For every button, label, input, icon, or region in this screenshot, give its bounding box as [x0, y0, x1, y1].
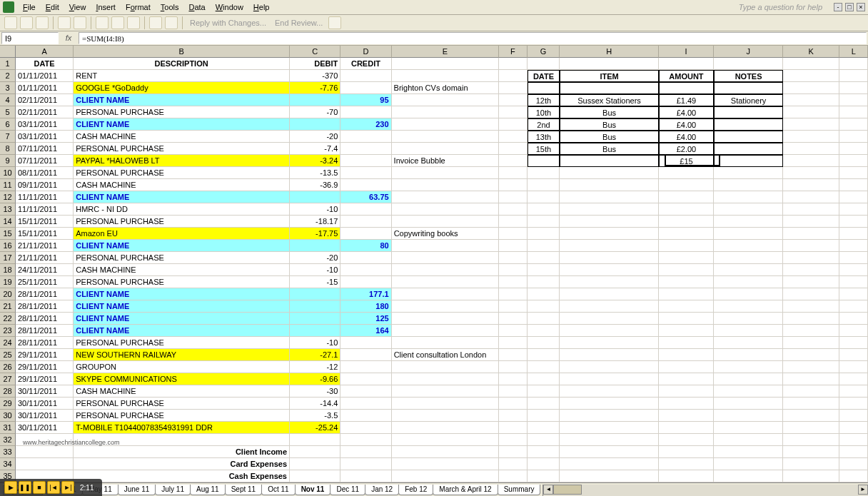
cell[interactable]: [783, 203, 839, 216]
cell[interactable]: [783, 276, 839, 288]
cell[interactable]: [783, 94, 839, 106]
cell[interactable]: [839, 131, 868, 143]
menu-insert[interactable]: Insert: [91, 1, 120, 13]
cell[interactable]: [714, 276, 783, 288]
cell[interactable]: [783, 264, 839, 276]
col-head-C[interactable]: C: [290, 46, 340, 58]
cell[interactable]: 177.1: [340, 288, 391, 300]
close-icon[interactable]: ×: [857, 3, 865, 11]
cell[interactable]: [560, 179, 659, 191]
cell[interactable]: [783, 179, 839, 191]
cell[interactable]: [528, 203, 560, 216]
cell[interactable]: NEW SOUTHERN RAILWAY: [74, 349, 290, 361]
row-head-20[interactable]: 20: [0, 288, 16, 300]
cell[interactable]: [783, 434, 839, 446]
cell[interactable]: 15/11/2011: [16, 228, 74, 240]
row-head-9[interactable]: 9: [0, 155, 16, 167]
cell[interactable]: [499, 58, 528, 70]
cell[interactable]: [340, 385, 391, 398]
menu-view[interactable]: View: [65, 1, 91, 13]
cell[interactable]: Copywriting books: [392, 228, 499, 240]
cell[interactable]: [560, 325, 659, 337]
cell[interactable]: [528, 288, 560, 300]
cell[interactable]: [783, 155, 839, 167]
cell[interactable]: [783, 398, 839, 410]
cell[interactable]: 30/11/2011: [16, 398, 74, 410]
cell[interactable]: [290, 191, 340, 203]
cell[interactable]: [392, 337, 499, 349]
cell[interactable]: [290, 458, 340, 470]
cell[interactable]: [839, 458, 868, 470]
cell[interactable]: [783, 82, 839, 94]
cell[interactable]: CLIENT NAME: [74, 288, 290, 300]
cell[interactable]: [499, 216, 528, 228]
cell[interactable]: [392, 325, 499, 337]
cell[interactable]: [560, 264, 659, 276]
cell[interactable]: [560, 458, 659, 470]
col-head-G[interactable]: G: [528, 46, 560, 58]
cell[interactable]: 12th: [528, 94, 560, 106]
col-head-B[interactable]: B: [74, 46, 290, 58]
cell[interactable]: [659, 264, 714, 276]
cell[interactable]: 13th: [528, 131, 560, 143]
cell[interactable]: [714, 264, 783, 276]
cell[interactable]: -15: [290, 276, 340, 288]
cell[interactable]: [714, 458, 783, 470]
cell[interactable]: [659, 179, 714, 191]
cell[interactable]: [340, 276, 391, 288]
cell[interactable]: [659, 361, 714, 373]
cell[interactable]: [340, 361, 391, 373]
cell[interactable]: Client Income: [74, 446, 290, 458]
cell[interactable]: [560, 337, 659, 349]
cell[interactable]: PERSONAL PURCHASE: [74, 337, 290, 349]
menu-edit[interactable]: Edit: [41, 1, 64, 13]
cell[interactable]: £4.00: [659, 106, 714, 118]
sheet-tab[interactable]: Summary: [498, 485, 541, 495]
cell[interactable]: [499, 337, 528, 349]
cell[interactable]: [340, 228, 391, 240]
cell[interactable]: Bus: [560, 131, 659, 143]
cell[interactable]: [560, 203, 659, 216]
cell[interactable]: [340, 398, 391, 410]
cell[interactable]: [714, 349, 783, 361]
cell[interactable]: -9.66: [290, 373, 340, 385]
cell[interactable]: [839, 118, 868, 131]
cell[interactable]: [392, 191, 499, 203]
cell[interactable]: [499, 106, 528, 118]
cell[interactable]: [714, 216, 783, 228]
cell[interactable]: [528, 264, 560, 276]
row-head-23[interactable]: 23: [0, 325, 16, 337]
cell[interactable]: [499, 191, 528, 203]
scroll-right-icon[interactable]: ►: [858, 485, 868, 495]
row-head-3[interactable]: 3: [0, 82, 16, 94]
sheet-tab[interactable]: Oct 11: [261, 485, 295, 495]
cell[interactable]: CASH MACHINE: [74, 131, 290, 143]
cell[interactable]: [392, 94, 499, 106]
cell[interactable]: [560, 58, 659, 70]
cell[interactable]: PERSONAL PURCHASE: [74, 252, 290, 264]
cell[interactable]: [528, 446, 560, 458]
cell[interactable]: [714, 385, 783, 398]
cell[interactable]: [839, 94, 868, 106]
cell[interactable]: [392, 361, 499, 373]
cell[interactable]: [499, 300, 528, 313]
cell[interactable]: [340, 410, 391, 422]
cell[interactable]: PERSONAL PURCHASE: [74, 216, 290, 228]
cell[interactable]: Stationery: [714, 94, 783, 106]
cell[interactable]: [839, 434, 868, 446]
cell[interactable]: T-MOBILE T10440078354931991 DDR: [74, 422, 290, 434]
menu-window[interactable]: Window: [211, 1, 248, 13]
cell[interactable]: £4.00: [659, 118, 714, 131]
cell[interactable]: [560, 373, 659, 385]
cell[interactable]: [290, 300, 340, 313]
cell[interactable]: CLIENT NAME: [74, 118, 290, 131]
cell[interactable]: [560, 155, 659, 167]
scroll-thumb[interactable]: [553, 485, 582, 495]
cell[interactable]: [714, 143, 783, 155]
cell[interactable]: [290, 288, 340, 300]
cell[interactable]: £4.00: [659, 131, 714, 143]
cell[interactable]: [499, 94, 528, 106]
cell[interactable]: [839, 155, 868, 167]
cell[interactable]: 230: [340, 118, 391, 131]
cell[interactable]: GOOGLE *GoDaddy: [74, 82, 290, 94]
